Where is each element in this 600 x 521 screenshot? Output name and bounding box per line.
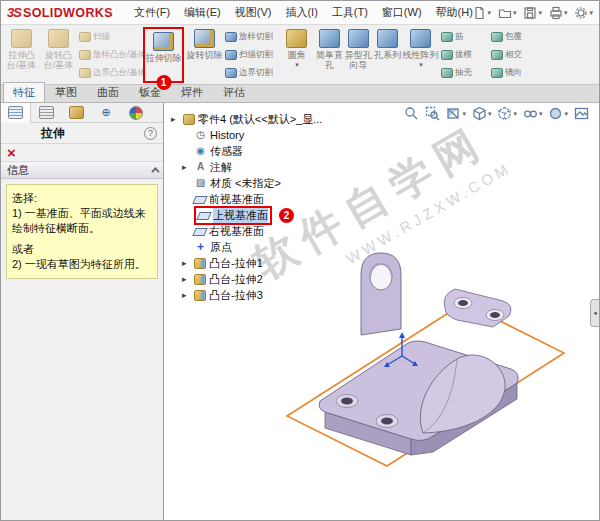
zoom-area-button[interactable] [423,104,442,123]
hide-show-items-button[interactable]: ▾ [521,104,545,123]
tab-evaluate[interactable]: 评估 [213,82,255,102]
simple-hole-icon [319,29,340,48]
close-icon[interactable]: × [7,146,16,160]
tree-item-boss-extrude2[interactable]: 凸台-拉伸2 [171,271,322,287]
extrude-cut-button[interactable]: 拉伸切除 [145,29,182,79]
expander-icon[interactable] [171,114,180,124]
linear-pattern-button[interactable]: 线性阵列 ▾ [402,26,439,81]
callout-1: 1 [156,75,171,90]
zoom-fit-button[interactable] [402,104,421,123]
tree-item-part[interactable]: 零件4 (默认<<默认>_显... [171,111,322,127]
print-button[interactable]: ▾ [547,3,570,22]
simple-hole-button[interactable]: 简单直孔 [315,26,344,81]
draft-icon [441,50,453,60]
panel-title: 拉伸 [41,125,65,142]
solidworks-window: 3S SOLIDWORKS 文件(F) 编辑(E) 视图(V) 插入(I) 工具… [0,0,600,521]
intersect-button[interactable]: 相交 [489,46,539,64]
tree-item-boss-extrude1[interactable]: 凸台-拉伸1 [171,255,322,271]
chevron-down-icon: ▾ [539,110,543,118]
tree-item-origin[interactable]: 原点 [171,239,322,255]
boundary-cut-icon [225,68,237,78]
chevron-down-icon: ▾ [564,9,568,17]
menu-view[interactable]: 视图(V) [228,1,279,24]
menu-insert[interactable]: 插入(I) [278,1,324,24]
display-style-button[interactable]: ▾ [495,104,519,123]
chevron-down-icon: ▾ [564,110,568,118]
tab-dim-xpert[interactable] [61,103,91,123]
wrap-button[interactable]: 包覆 [489,28,539,46]
boundary-cut-button[interactable]: 边界切割 [223,64,278,82]
section-view-button[interactable]: ▾ [444,104,468,123]
fillet-button[interactable]: 圆角 ▾ [278,26,315,81]
sweep-cut-button[interactable]: 扫描切割 [223,46,278,64]
loft-boss-button[interactable]: 放样凸台/基体 [77,46,141,64]
tree-item-boss-extrude3[interactable]: 凸台-拉伸3 [171,287,322,303]
tab-property-manager[interactable] [1,103,31,123]
quick-toolbar: ▾ ▾ ▾ ▾ ▾ [470,3,595,22]
open-button[interactable]: ▾ [496,3,519,22]
main-area: ⊕ 拉伸 ? × 信息 选择: 1) 一基准面、平面或边线来绘制特征横断面。 或… [1,103,599,520]
options-button[interactable]: ▾ [572,3,595,22]
tree-item-top-plane[interactable]: 上视基准面 2 [171,207,322,223]
boss-extrude-icon [194,290,206,301]
panel-tabs: ⊕ [1,103,163,123]
graphics-viewport[interactable]: ▾ ▾ ▾ ▾ ▾ [165,103,599,520]
revolve-boss-button[interactable]: 旋转凸台/基体 [40,26,77,81]
panel-collapse-tab[interactable] [590,299,599,327]
tree-item-sensors[interactable]: 传感器 [171,143,322,159]
info-section-header[interactable]: 信息 [1,162,163,179]
tab-weldments[interactable]: 焊件 [171,82,213,102]
cut-tools-column: 放样切割 扫描切割 边界切割 [223,26,278,82]
message-or-label: 或者 [12,242,152,257]
new-document-button[interactable]: ▾ [470,3,493,22]
annotations-icon [194,161,207,173]
hole-series-button[interactable]: 孔系列 [373,26,402,81]
mirror-button[interactable]: 镜向 [489,64,539,82]
tree-item-right-plane[interactable]: 右视基准面 [171,223,322,239]
expander-icon[interactable] [182,258,191,268]
tab-appearances[interactable] [121,103,151,123]
tab-configuration-manager[interactable] [31,103,61,123]
expander-icon[interactable] [182,290,191,300]
rib-button[interactable]: 筋 [439,28,489,46]
tree-item-history[interactable]: History [171,127,322,143]
loft-cut-button[interactable]: 放样切割 [223,28,278,46]
intersect-icon [491,50,503,60]
tree-item-annotations[interactable]: 注解 [171,159,322,175]
draft-button[interactable]: 拔模 [439,46,489,64]
chevron-down-icon: ▾ [513,110,517,118]
boss-extrude-icon [194,274,206,285]
shell-button[interactable]: 抽壳 [439,64,489,82]
tab-sketch[interactable]: 草图 [45,82,87,102]
revolve-cut-button[interactable]: 旋转切除 [186,26,223,81]
dimxpert-icon [69,106,84,119]
wrap-icon [491,32,503,42]
edit-appearance-button[interactable]: ▾ [546,104,570,123]
info-header-label: 信息 [7,163,29,178]
hole [381,418,393,425]
property-manager-icon [8,106,23,119]
view-orientation-button[interactable]: ▾ [470,104,494,123]
expander-icon[interactable] [182,162,191,172]
logo-text: SOLIDWORKS [23,6,113,20]
extrude-boss-button[interactable]: 拉伸凸台/基体 [3,26,40,81]
hole-wizard-button[interactable]: 异型孔向导 [344,26,373,81]
tab-surfaces[interactable]: 曲面 [87,82,129,102]
tree-item-material[interactable]: 材质 <未指定> [171,175,322,191]
menu-tools[interactable]: 工具(T) [325,1,375,24]
expander-icon[interactable] [182,274,191,284]
save-button[interactable]: ▾ [521,3,544,22]
apply-scene-button[interactable] [572,104,591,123]
highlight-box-1: 拉伸切除 1 [143,27,184,83]
menu-window[interactable]: 窗口(W) [375,1,429,24]
help-icon[interactable]: ? [144,127,157,140]
menu-edit[interactable]: 编辑(E) [177,1,228,24]
tab-display-manager[interactable]: ⊕ [91,103,121,123]
sweep-button[interactable]: 扫描 [77,28,141,46]
tab-features[interactable]: 特征 [3,82,45,102]
extrude-cut-icon [153,32,174,51]
menu-file[interactable]: 文件(F) [127,1,177,24]
heads-up-toolbar: ▾ ▾ ▾ ▾ ▾ [402,104,591,123]
boundary-boss-button[interactable]: 边界凸台/基体 [77,64,141,82]
extrude-boss-icon [11,29,32,48]
